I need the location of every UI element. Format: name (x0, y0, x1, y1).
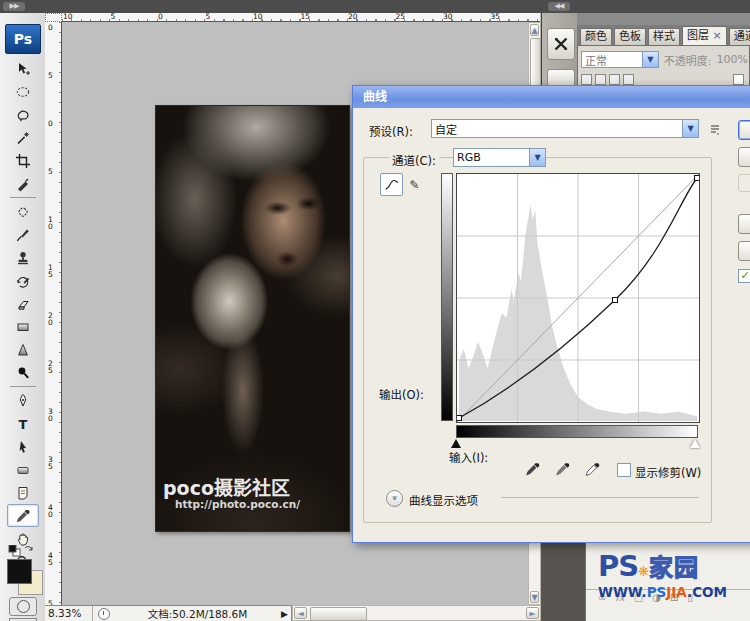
curve-point[interactable] (695, 176, 700, 181)
ruler-label: 5 (111, 12, 116, 21)
path-selection-tool[interactable] (7, 435, 39, 458)
preset-select[interactable]: 自定 ▼ (431, 119, 699, 138)
lock-all-icon[interactable] (623, 74, 634, 85)
opacity-label: 不透明度: (664, 52, 712, 68)
vertical-ruler[interactable]: 0505101520253035404550 (45, 22, 62, 605)
ruler-label: 35 (46, 455, 55, 469)
channel-select[interactable]: RGB ▼ (453, 148, 546, 167)
gray-point-eyedropper-button[interactable] (551, 458, 573, 480)
lasso-tool[interactable] (7, 103, 39, 126)
notes-tool[interactable] (7, 481, 39, 504)
ruler-label: 10 (46, 215, 55, 229)
horizontal-ruler[interactable]: 10505101520253035 (62, 13, 540, 22)
tab-close-icon[interactable]: × (713, 29, 722, 42)
sun-icon: ❋ (638, 564, 649, 579)
curves-dialog[interactable]: 曲线 预设(R): 自定 ▼ 通道(C): RGB ▼ ✎ (352, 85, 750, 543)
horizontal-scrollbar[interactable]: ◄ ► (292, 605, 541, 621)
auto-button[interactable] (738, 214, 750, 234)
output-gradient-bar (441, 173, 453, 421)
edit-points-curve-button[interactable] (380, 173, 403, 196)
toolbar-collapse-button[interactable]: ▶▶ (3, 2, 25, 11)
curve-point[interactable] (457, 416, 462, 421)
psjia-logo-ps: PS (598, 549, 638, 583)
opacity-value[interactable]: 100% (717, 53, 748, 66)
lock-pixels-icon[interactable] (595, 74, 606, 85)
ruler-label: 20 (46, 311, 55, 325)
black-point-eyedropper-button[interactable] (521, 458, 543, 480)
clone-stamp-tool[interactable] (7, 246, 39, 269)
lock-transparency-icon[interactable] (581, 74, 592, 85)
brush-tool[interactable] (7, 223, 39, 246)
poco-watermark-url: http://photo.poco.cn/ (175, 498, 300, 510)
horizontal-scroll-thumb[interactable] (310, 607, 367, 621)
options-button[interactable] (738, 241, 750, 261)
blur-tool[interactable] (7, 338, 39, 361)
ruler-label: 35 (491, 12, 501, 21)
tab-swatches[interactable]: 色板 (614, 28, 646, 45)
tab-layers[interactable]: 图层 × (682, 26, 727, 45)
highlight-input-slider[interactable] (690, 439, 700, 448)
ruler-label: 25 (46, 359, 55, 373)
history-brush-tool[interactable] (7, 269, 39, 292)
status-menu-arrow-icon[interactable]: ▶ (281, 609, 288, 619)
curve-display-options-label: 曲线显示选项 (409, 492, 478, 508)
show-clipping-label: 显示修剪(W) (635, 464, 701, 480)
curve-plot[interactable] (456, 173, 700, 423)
dialog-title-bar[interactable]: 曲线 (353, 86, 750, 108)
healing-patch-tool[interactable] (7, 200, 39, 223)
curve-display-options-expander[interactable]: » (386, 490, 403, 507)
pen-tool[interactable] (7, 389, 39, 412)
slice-tool[interactable] (7, 172, 39, 195)
shape-tool[interactable] (7, 458, 39, 481)
psjia-logo-home: 家园 (649, 554, 699, 582)
default-colors-icon[interactable] (7, 545, 37, 557)
ruler-label: 0 (158, 12, 163, 21)
eyedropper-tool[interactable] (7, 504, 39, 527)
cancel-button[interactable] (738, 147, 750, 167)
lock-extra-icon[interactable] (733, 74, 744, 85)
move-tool[interactable] (7, 57, 39, 80)
ruler-label: 25 (396, 12, 406, 21)
preview-checkbox[interactable]: ✓ (738, 269, 750, 283)
ruler-label: 30 (443, 12, 453, 21)
ruler-label: 10 (253, 12, 263, 21)
tool-bar: Ps T (0, 13, 46, 621)
draw-curve-pencil-button[interactable]: ✎ (403, 173, 426, 196)
dodge-tool[interactable] (7, 361, 39, 384)
gradient-tool[interactable] (7, 315, 39, 338)
type-tool[interactable]: T (7, 412, 39, 435)
shadow-input-slider[interactable] (451, 439, 461, 448)
lock-position-icon[interactable] (609, 74, 620, 85)
ok-button[interactable] (738, 120, 750, 140)
dock-collapse-button[interactable]: ◀◀ (548, 2, 570, 11)
curve-point[interactable] (613, 298, 618, 303)
quick-mask-button[interactable] (9, 597, 37, 616)
scroll-right-icon[interactable]: ► (526, 607, 539, 619)
magic-wand-tool[interactable] (7, 126, 39, 149)
ruler-corner[interactable] (45, 13, 62, 22)
show-clipping-checkbox[interactable] (617, 463, 631, 477)
tab-styles[interactable]: 样式 (648, 28, 680, 45)
preset-options-menu-button[interactable] (705, 119, 726, 140)
scroll-left-icon[interactable]: ◄ (294, 607, 307, 619)
blend-mode-select[interactable]: 正常 ▼ (581, 51, 659, 68)
scroll-down-icon[interactable]: ▼ (530, 591, 539, 603)
foreground-color-swatch[interactable] (7, 559, 32, 584)
ruler-label: 20 (348, 12, 358, 21)
ruler-label: 5 (46, 71, 55, 78)
zoom-level-field[interactable]: 8.33% (45, 606, 93, 621)
photo-image[interactable]: poco摄影社区 http://photo.poco.cn/ (155, 105, 350, 532)
ruler-label: 15 (46, 263, 55, 277)
quick-mask-icon (17, 600, 30, 613)
elliptical-marquee-tool[interactable] (7, 80, 39, 103)
tab-color[interactable]: 颜色 (580, 28, 612, 45)
crop-tool[interactable] (7, 149, 39, 172)
ruler-label: 30 (46, 407, 55, 421)
smooth-button[interactable] (738, 174, 750, 192)
scroll-up-icon[interactable]: ▲ (530, 24, 539, 36)
eraser-tool[interactable] (7, 292, 39, 315)
tab-channels[interactable]: 通道 (729, 28, 750, 45)
toolbar-separator (10, 197, 36, 198)
tools-presets-panel-button[interactable] (547, 28, 575, 60)
white-point-eyedropper-button[interactable] (581, 458, 603, 480)
